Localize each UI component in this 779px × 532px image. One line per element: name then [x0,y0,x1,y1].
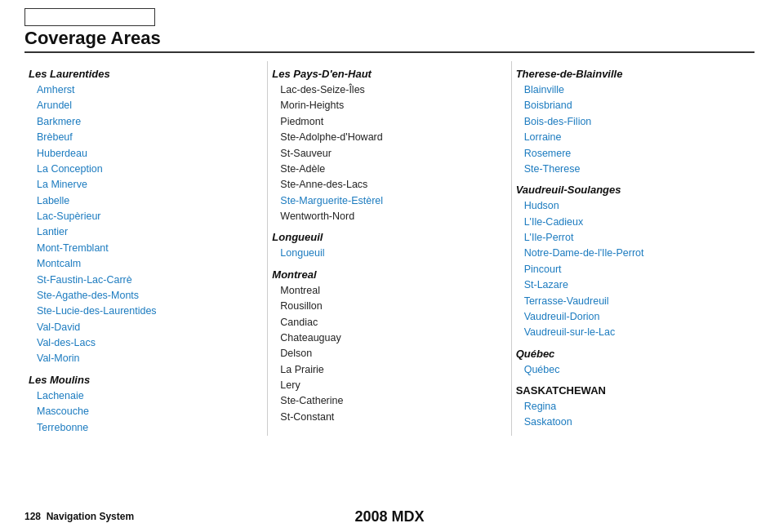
top-box [24,8,155,26]
list-item[interactable]: Brèbeuf [29,130,259,145]
list-item[interactable]: Vaudreuil-sur-le-Lac [516,325,746,340]
list-item[interactable]: Québec [516,362,746,378]
list-item: Ste-Anne-des-Lacs [272,177,502,193]
list-item[interactable]: Lorraine [516,130,746,145]
list-item[interactable]: Vaudreuil-Dorion [516,309,746,325]
column-1: Les LaurentidesAmherstArundelBarkmereBrè… [24,61,268,436]
list-item[interactable]: Labelle [29,193,259,209]
section-header: Therese-de-Blainville [516,68,746,80]
list-item[interactable]: St-Lazare [516,277,746,293]
list-item[interactable]: La Conception [29,162,259,177]
list-item: La Prairie [272,362,502,378]
list-item: Piedmont [272,114,502,130]
list-item: Ste-Adèle [272,162,502,177]
list-item: Chateauguay [272,330,502,346]
list-item[interactable]: Arundel [29,98,259,113]
list-item: Wentworth-Nord [272,209,502,224]
list-item[interactable]: Val-des-Lacs [29,335,259,351]
list-item: Delson [272,346,502,361]
section-header: Montreal [272,268,502,281]
list-item[interactable]: Terrebonne [29,420,259,436]
list-item[interactable]: Ste-Therese [516,162,746,177]
list-item[interactable]: Ste-Agathe-des-Monts [29,288,259,304]
list-item[interactable]: Ste-Marguerite-Estèrel [272,193,502,209]
list-item[interactable]: La Minerve [29,177,259,193]
list-item[interactable]: Montcalm [29,256,259,272]
list-item[interactable]: Ste-Lucie-des-Laurentides [29,304,259,319]
footer-center: 2008 MDX [354,508,424,525]
list-item: Ste-Adolphe-d'Howard [272,130,502,145]
list-item[interactable]: Mont-Tremblant [29,241,259,256]
list-item: Rousillon [272,299,502,314]
list-item[interactable]: Val-Morin [29,351,259,366]
list-item: Lery [272,378,502,393]
section-header: Vaudreuil-Soulanges [516,184,746,196]
column-2: Les Pays-D'en-HautLac-des-Seize-ÎlesMori… [268,61,511,436]
list-item[interactable]: Saskatoon [516,415,746,430]
list-item[interactable]: Blainville [516,82,746,98]
section-header: Québec [516,348,746,360]
list-item: Morin-Heights [272,98,502,113]
list-item[interactable]: Barkmere [29,114,259,130]
list-item: Candiac [272,315,502,330]
list-item: Ste-Catherine [272,393,502,409]
list-item[interactable]: Bois-des-Filion [516,114,746,130]
list-item[interactable]: Hudson [516,198,746,214]
list-item: Montreal [272,283,502,299]
list-item[interactable]: Lantier [29,224,259,240]
list-item[interactable]: Huberdeau [29,146,259,162]
list-item[interactable]: Pincourt [516,262,746,277]
list-item[interactable]: Lachenaie [29,388,259,404]
section-header: Les Laurentides [29,68,259,80]
column-3: Therese-de-BlainvilleBlainvilleBoisbrian… [512,61,755,436]
section-header: Les Pays-D'en-Haut [272,68,502,80]
list-item[interactable]: Boisbriand [516,98,746,113]
list-item[interactable]: L'Ile-Cadieux [516,215,746,230]
section-header: SASKATCHEWAN [516,384,746,397]
list-item: Lac-des-Seize-Îles [272,82,502,98]
columns: Les LaurentidesAmherstArundelBarkmereBrè… [24,61,755,436]
list-item: St-Constant [272,410,502,425]
list-item[interactable]: Amherst [29,82,259,98]
list-item[interactable]: Notre-Dame-de-l'Ile-Perrot [516,246,746,261]
list-item[interactable]: Rosemere [516,146,746,162]
list-item[interactable]: L'Ile-Perrot [516,230,746,246]
list-item[interactable]: Terrasse-Vaudreuil [516,294,746,309]
section-header: Les Moulins [29,374,259,386]
footer: 128 Navigation System 2008 MDX [24,511,755,522]
list-item: St-Sauveur [272,146,502,162]
list-item[interactable]: Longueuil [272,246,502,261]
list-item[interactable]: Val-David [29,320,259,335]
page-title: Coverage Areas [24,28,755,53]
section-header: Longueuil [272,231,502,243]
list-item[interactable]: Mascouche [29,404,259,419]
page-container: Coverage Areas Les LaurentidesAmherstAru… [0,0,779,532]
list-item[interactable]: Lac-Supèrieur [29,209,259,224]
list-item[interactable]: St-Faustin-Lac-Carrè [29,273,259,288]
list-item[interactable]: Regina [516,399,746,415]
footer-page-label: 128 Navigation System [24,511,134,522]
